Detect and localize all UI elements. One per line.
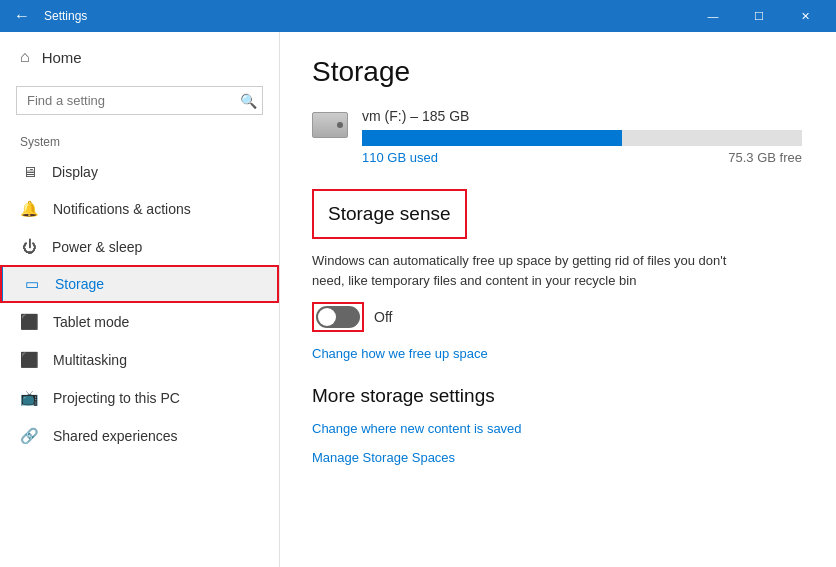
sidebar-item-storage-label: Storage: [55, 276, 104, 292]
back-icon: ←: [14, 7, 30, 25]
sidebar-item-projecting[interactable]: 📺 Projecting to this PC: [0, 379, 279, 417]
home-label: Home: [42, 49, 82, 66]
sidebar-item-power[interactable]: ⏻ Power & sleep: [0, 228, 279, 265]
more-settings-title: More storage settings: [312, 385, 804, 407]
page-title: Storage: [312, 56, 804, 88]
search-box: 🔍: [16, 86, 263, 115]
tablet-icon: ⬛: [20, 313, 39, 331]
sidebar-item-tablet[interactable]: ⬛ Tablet mode: [0, 303, 279, 341]
storage-progress-bar-bg: [362, 130, 802, 146]
sidebar-item-shared[interactable]: 🔗 Shared experiences: [0, 417, 279, 455]
maximize-button[interactable]: ☐: [736, 0, 782, 32]
toggle-wrap: [312, 302, 364, 332]
app-body: ⌂ Home 🔍 System 🖥 Display 🔔 Notification…: [0, 32, 836, 567]
sidebar-item-shared-label: Shared experiences: [53, 428, 178, 444]
drive-name: vm (F:) – 185 GB: [362, 108, 804, 124]
storage-sense-toggle-row: Off: [312, 302, 804, 332]
sidebar-item-display-label: Display: [52, 164, 98, 180]
storage-sense-box: Storage sense: [312, 189, 467, 239]
content-area: Storage vm (F:) – 185 GB 110 GB used 75.…: [280, 32, 836, 567]
sidebar-item-projecting-label: Projecting to this PC: [53, 390, 180, 406]
notifications-icon: 🔔: [20, 200, 39, 218]
shared-icon: 🔗: [20, 427, 39, 445]
display-icon: 🖥: [20, 163, 38, 180]
storage-progress-bar-fill: [362, 130, 622, 146]
minimize-button[interactable]: —: [690, 0, 736, 32]
toggle-label: Off: [374, 309, 392, 325]
titlebar: ← Settings — ☐ ✕: [0, 0, 836, 32]
drive-labels: 110 GB used 75.3 GB free: [362, 150, 802, 165]
multitasking-icon: ⬛: [20, 351, 39, 369]
projecting-icon: 📺: [20, 389, 39, 407]
sidebar-item-tablet-label: Tablet mode: [53, 314, 129, 330]
storage-sense-toggle[interactable]: [316, 306, 360, 328]
search-input[interactable]: [16, 86, 263, 115]
sidebar-item-multitasking-label: Multitasking: [53, 352, 127, 368]
sidebar-item-power-label: Power & sleep: [52, 239, 142, 255]
drive-icon: [312, 112, 348, 138]
change-new-content-link[interactable]: Change where new content is saved: [312, 421, 522, 436]
sidebar-item-notifications-label: Notifications & actions: [53, 201, 191, 217]
manage-storage-link[interactable]: Manage Storage Spaces: [312, 450, 455, 465]
toggle-knob: [318, 308, 336, 326]
sidebar-item-display[interactable]: 🖥 Display: [0, 153, 279, 190]
sidebar-item-multitasking[interactable]: ⬛ Multitasking: [0, 341, 279, 379]
home-icon: ⌂: [20, 48, 30, 66]
sidebar-item-notifications[interactable]: 🔔 Notifications & actions: [0, 190, 279, 228]
change-free-space-link[interactable]: Change how we free up space: [312, 346, 488, 361]
sidebar-item-home[interactable]: ⌂ Home: [0, 32, 279, 82]
sidebar-section-label: System: [0, 127, 279, 153]
drive-section: vm (F:) – 185 GB 110 GB used 75.3 GB fre…: [312, 108, 804, 165]
drive-used-label: 110 GB used: [362, 150, 438, 165]
storage-sense-description: Windows can automatically free up space …: [312, 251, 752, 290]
back-button[interactable]: ←: [8, 2, 36, 30]
storage-icon: ▭: [23, 275, 41, 293]
manage-storage-link-row: Manage Storage Spaces: [312, 448, 804, 469]
sidebar: ⌂ Home 🔍 System 🖥 Display 🔔 Notification…: [0, 32, 280, 567]
drive-info: vm (F:) – 185 GB 110 GB used 75.3 GB fre…: [362, 108, 804, 165]
power-icon: ⏻: [20, 238, 38, 255]
close-button[interactable]: ✕: [782, 0, 828, 32]
titlebar-left: ← Settings: [8, 2, 87, 30]
search-icon[interactable]: 🔍: [240, 93, 257, 109]
storage-sense-title: Storage sense: [328, 203, 451, 224]
sidebar-item-storage[interactable]: ▭ Storage: [0, 265, 279, 303]
drive-free-label: 75.3 GB free: [728, 150, 802, 165]
titlebar-controls: — ☐ ✕: [690, 0, 828, 32]
change-content-link-row: Change where new content is saved: [312, 419, 804, 440]
titlebar-title: Settings: [44, 9, 87, 23]
